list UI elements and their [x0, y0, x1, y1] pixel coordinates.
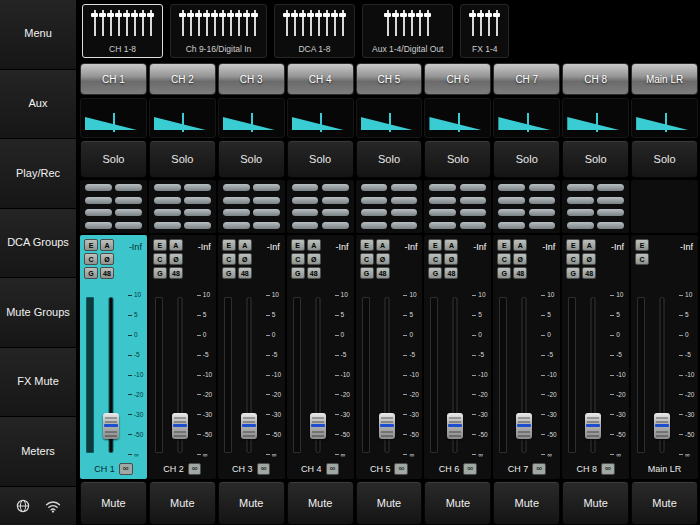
- fader[interactable]: [301, 295, 335, 455]
- wifi-icon[interactable]: [45, 500, 61, 513]
- proc-button-a[interactable]: A: [513, 239, 527, 251]
- proc-button-g[interactable]: G: [360, 267, 374, 279]
- fader[interactable]: [370, 295, 404, 455]
- bank-tab-dca-1-8[interactable]: DCA 1-8: [274, 4, 355, 58]
- proc-button-x[interactable]: Ø: [376, 253, 390, 265]
- pan-slider[interactable]: [424, 98, 491, 138]
- proc-button-e[interactable]: E: [360, 239, 374, 251]
- solo-button[interactable]: Solo: [218, 140, 285, 178]
- proc-button-a[interactable]: A: [444, 239, 458, 251]
- proc-button-g[interactable]: G: [566, 267, 580, 279]
- fader-cap[interactable]: [447, 413, 463, 439]
- mute-button[interactable]: Mute: [424, 481, 491, 525]
- mute-button[interactable]: Mute: [80, 481, 147, 525]
- proc-button-48[interactable]: 48: [513, 267, 527, 279]
- mute-button[interactable]: Mute: [493, 481, 560, 525]
- proc-button-x[interactable]: Ø: [100, 253, 114, 265]
- fader-cap[interactable]: [310, 413, 326, 439]
- stereo-link-button[interactable]: ∞: [532, 463, 546, 475]
- solo-button[interactable]: Solo: [424, 140, 491, 178]
- proc-button-c[interactable]: C: [566, 253, 580, 265]
- fader-cap[interactable]: [379, 413, 395, 439]
- pan-slider[interactable]: [562, 98, 629, 138]
- proc-button-e[interactable]: E: [497, 239, 511, 251]
- fader[interactable]: [438, 295, 472, 455]
- channel-select-button[interactable]: CH 7: [493, 63, 560, 95]
- proc-button-e[interactable]: E: [222, 239, 236, 251]
- channel-select-button[interactable]: CH 1: [80, 63, 147, 95]
- solo-button[interactable]: Solo: [562, 140, 629, 178]
- fader[interactable]: [163, 295, 197, 455]
- globe-icon[interactable]: [16, 499, 30, 513]
- pan-slider[interactable]: [80, 98, 147, 138]
- proc-button-c[interactable]: C: [153, 253, 167, 265]
- proc-button-48[interactable]: 48: [582, 267, 596, 279]
- proc-button-x[interactable]: Ø: [307, 253, 321, 265]
- mute-button[interactable]: Mute: [562, 481, 629, 525]
- sidebar-item-aux[interactable]: Aux: [0, 70, 76, 140]
- proc-button-a[interactable]: A: [307, 239, 321, 251]
- pan-slider[interactable]: [493, 98, 560, 138]
- proc-button-e[interactable]: E: [566, 239, 580, 251]
- proc-button-c[interactable]: C: [635, 253, 649, 265]
- sidebar-item-dca-groups[interactable]: DCA Groups: [0, 209, 76, 279]
- proc-button-c[interactable]: C: [222, 253, 236, 265]
- bank-tab-ch-9-16-digital-in[interactable]: Ch 9-16/Digital In: [170, 4, 267, 58]
- proc-button-a[interactable]: A: [100, 239, 114, 251]
- proc-button-x[interactable]: Ø: [169, 253, 183, 265]
- proc-button-g[interactable]: G: [291, 267, 305, 279]
- proc-button-g[interactable]: G: [84, 267, 98, 279]
- fader-cap[interactable]: [516, 413, 532, 439]
- channel-select-button[interactable]: Main LR: [631, 63, 698, 95]
- channel-select-button[interactable]: CH 2: [149, 63, 216, 95]
- pan-slider[interactable]: [356, 98, 423, 138]
- proc-button-x[interactable]: Ø: [444, 253, 458, 265]
- channel-select-button[interactable]: CH 8: [562, 63, 629, 95]
- proc-button-g[interactable]: G: [222, 267, 236, 279]
- proc-button-c[interactable]: C: [84, 253, 98, 265]
- pan-slider[interactable]: [631, 98, 698, 138]
- proc-button-c[interactable]: C: [360, 253, 374, 265]
- mute-button[interactable]: Mute: [287, 481, 354, 525]
- proc-button-g[interactable]: G: [497, 267, 511, 279]
- fader[interactable]: [507, 295, 541, 455]
- fader[interactable]: [232, 295, 266, 455]
- fader-cap[interactable]: [241, 413, 257, 439]
- stereo-link-button[interactable]: ∞: [257, 463, 271, 475]
- channel-select-button[interactable]: CH 3: [218, 63, 285, 95]
- fader-cap[interactable]: [585, 413, 601, 439]
- fader-cap[interactable]: [654, 413, 670, 439]
- solo-button[interactable]: Solo: [631, 140, 698, 178]
- proc-button-c[interactable]: C: [291, 253, 305, 265]
- proc-button-g[interactable]: G: [153, 267, 167, 279]
- bank-tab-aux-1-4-digital-out[interactable]: Aux 1-4/Digital Out: [362, 4, 453, 58]
- sidebar-item-menu[interactable]: Menu: [0, 0, 76, 70]
- proc-button-48[interactable]: 48: [307, 267, 321, 279]
- solo-button[interactable]: Solo: [80, 140, 147, 178]
- mute-button[interactable]: Mute: [149, 481, 216, 525]
- channel-select-button[interactable]: CH 4: [287, 63, 354, 95]
- fader[interactable]: [94, 295, 128, 455]
- channel-select-button[interactable]: CH 6: [424, 63, 491, 95]
- proc-button-a[interactable]: A: [582, 239, 596, 251]
- proc-button-48[interactable]: 48: [169, 267, 183, 279]
- sidebar-item-fx-mute[interactable]: FX Mute: [0, 348, 76, 418]
- proc-button-a[interactable]: A: [169, 239, 183, 251]
- proc-button-a[interactable]: A: [238, 239, 252, 251]
- solo-button[interactable]: Solo: [356, 140, 423, 178]
- proc-button-e[interactable]: E: [291, 239, 305, 251]
- solo-button[interactable]: Solo: [493, 140, 560, 178]
- stereo-link-button[interactable]: ∞: [394, 463, 408, 475]
- mute-button[interactable]: Mute: [356, 481, 423, 525]
- fader-cap[interactable]: [103, 413, 119, 439]
- proc-button-c[interactable]: C: [428, 253, 442, 265]
- fader-cap[interactable]: [172, 413, 188, 439]
- proc-button-e[interactable]: E: [635, 239, 649, 251]
- stereo-link-button[interactable]: ∞: [463, 463, 477, 475]
- stereo-link-button[interactable]: ∞: [601, 463, 615, 475]
- proc-button-x[interactable]: Ø: [513, 253, 527, 265]
- bank-tab-ch-1-8[interactable]: CH 1-8: [82, 4, 163, 58]
- solo-button[interactable]: Solo: [287, 140, 354, 178]
- proc-button-e[interactable]: E: [84, 239, 98, 251]
- proc-button-e[interactable]: E: [428, 239, 442, 251]
